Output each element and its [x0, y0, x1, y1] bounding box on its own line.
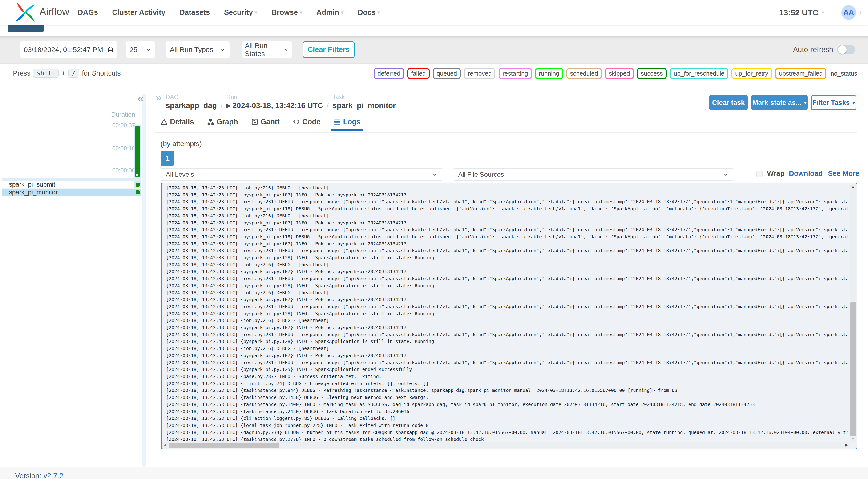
wrap-label: Wrap	[767, 169, 784, 178]
breadcrumb-separator: /	[221, 101, 223, 110]
task-row-spark-pi-monitor[interactable]: spark_pi_monitor	[2, 189, 141, 196]
run-states-select[interactable]: All Run States	[242, 41, 292, 58]
nav-item-browse[interactable]: Browse▾	[272, 8, 302, 17]
chevron-down-icon	[283, 46, 289, 53]
page-size-value: 25	[129, 45, 137, 54]
run-types-value: All Run Types	[170, 45, 213, 54]
graph-icon	[207, 118, 214, 125]
scroll-left-icon[interactable]: ◀	[164, 443, 166, 447]
status-badge-success[interactable]: success	[637, 68, 667, 79]
duration-tick: 00:00:18	[112, 145, 135, 152]
page-size-select[interactable]: 25	[126, 41, 155, 58]
log-line: [2024-03-18, 13:42:53 UTC] {__init__.py:…	[166, 380, 848, 387]
breadcrumb-task[interactable]: Task spark_pi_monitor	[333, 94, 396, 110]
nav-item-label: Docs	[358, 8, 376, 17]
download-link[interactable]: Download	[789, 169, 823, 178]
nav-item-cluster-activity[interactable]: Cluster Activity	[112, 8, 165, 17]
scroll-right-icon[interactable]: ▶	[845, 443, 848, 447]
user-menu[interactable]: AA ▾	[841, 0, 862, 25]
status-badge-queued[interactable]: queued	[433, 68, 461, 79]
clear-task-button[interactable]: Clear task	[709, 95, 748, 110]
file-source-select[interactable]: All File Sources	[453, 168, 734, 181]
status-badge-skipped[interactable]: skipped	[605, 68, 634, 79]
brand-name[interactable]: Airflow	[39, 6, 69, 18]
nav-item-security[interactable]: Security▾	[224, 8, 257, 17]
see-more-link[interactable]: See More	[828, 169, 859, 178]
clear-filters-button[interactable]: Clear Filters	[303, 41, 354, 58]
log-level-value: All Levels	[166, 171, 194, 178]
nav-item-datasets[interactable]: Datasets	[179, 8, 210, 17]
version-link[interactable]: v2.7.2	[43, 472, 63, 479]
airflow-logo-icon[interactable]	[14, 2, 36, 23]
tab-code[interactable]: Code	[293, 118, 321, 130]
task-name: spark_pi_monitor	[2, 189, 58, 196]
breadcrumb-dag[interactable]: DAG sparkapp_dag	[166, 94, 217, 110]
nav-item-dags[interactable]: DAGs	[78, 8, 98, 17]
tab-graph[interactable]: Graph	[207, 118, 238, 130]
log-line: [2024-03-18, 13:42:43 UTC] {rest.py:231}…	[166, 303, 848, 310]
log-line: [2024-03-18, 13:42:53 UTC] {taskinstance…	[166, 387, 848, 394]
task-status-square[interactable]	[135, 190, 140, 194]
mark-state-as-button[interactable]: Mark state as... ▾	[751, 95, 808, 110]
nav-item-label: Admin	[316, 8, 339, 17]
scroll-up-icon[interactable]: ▲	[850, 185, 856, 188]
status-badge-restarting[interactable]: restarting	[499, 68, 532, 79]
dag-run-duration-bar[interactable]: ▶	[135, 126, 140, 177]
log-line: [2024-03-18, 13:42:23 UTC] {job.py:216} …	[166, 185, 848, 192]
horizontal-scrollbar[interactable]: ◀ ▶	[162, 442, 849, 448]
log-line: [2024-03-18, 13:42:38 UTC] {rest.py:231}…	[166, 275, 848, 282]
status-badge-running[interactable]: running	[535, 68, 563, 79]
duration-axis-title: Duration	[111, 111, 135, 118]
status-badge-no-status: no_status	[830, 69, 858, 78]
collapse-sidebar-icon[interactable]: «	[137, 93, 144, 104]
scroll-down-icon[interactable]: ▼	[850, 437, 856, 441]
chevron-down-icon	[723, 171, 729, 178]
sidebar-scroll-track[interactable]	[142, 94, 147, 467]
detail-tabs: DetailsGraphGanttCodeLogs	[160, 118, 361, 130]
tab-details[interactable]: Details	[160, 118, 194, 130]
main-nav: DAGsCluster ActivityDatasetsSecurity▾Bro…	[78, 0, 380, 25]
wrap-checkbox[interactable]	[756, 171, 763, 177]
status-badge-up-for-reschedule[interactable]: up_for_reschedule	[670, 68, 728, 79]
expand-panel-icon[interactable]: »	[155, 92, 162, 103]
status-badge-up-for-retry[interactable]: up_for_retry	[732, 68, 772, 79]
horizontal-scroll-thumb[interactable]	[169, 443, 279, 448]
status-badge-upstream-failed[interactable]: upstream_failed	[775, 68, 826, 79]
task-instance-cell[interactable]	[134, 189, 141, 196]
base-date-input[interactable]: 03/18/2024, 01:52:47 PM	[20, 41, 117, 58]
task-row-spark-pi-submit[interactable]: spark_pi_submit	[2, 181, 141, 189]
log-viewer[interactable]: [2024-03-18, 13:42:23 UTC] {job.py:216} …	[161, 183, 858, 449]
status-badge-failed[interactable]: failed	[407, 68, 429, 79]
tab-gantt[interactable]: Gantt	[251, 118, 280, 130]
log-line: [2024-03-18, 13:42:43 UTC] {job.py:216} …	[166, 317, 848, 324]
status-badge-scheduled[interactable]: scheduled	[566, 68, 602, 79]
caret-down-icon: ▾	[255, 9, 257, 15]
nav-item-admin[interactable]: Admin▾	[316, 8, 343, 17]
log-line: [2024-03-18, 13:42:23 UTC] {pyspark_pi.p…	[166, 192, 848, 198]
task-status-square[interactable]	[135, 183, 140, 187]
auto-refresh-toggle[interactable]	[837, 45, 855, 54]
status-badge-removed[interactable]: removed	[464, 68, 495, 79]
attempt-1-button[interactable]: 1	[160, 151, 174, 166]
filter-tasks-button[interactable]: Filter Tasks ▾	[811, 95, 856, 110]
task-name: spark_pi_submit	[2, 181, 55, 188]
status-legend: deferredfailedqueuedremovedrestartingrun…	[374, 68, 858, 79]
details-icon	[160, 118, 167, 125]
task-instance-cell[interactable]	[134, 181, 141, 188]
log-level-select[interactable]: All Levels	[160, 168, 443, 181]
clock-menu[interactable]: 13:52 UTC ▾	[779, 0, 824, 25]
vertical-scroll-thumb[interactable]	[850, 302, 856, 436]
breadcrumb-run[interactable]: Run ▶ 2024-03-18, 13:42:16 UTC	[226, 94, 323, 110]
file-source-value: All File Sources	[458, 171, 504, 178]
vertical-scrollbar[interactable]: ▲ ▼	[850, 184, 856, 442]
nav-item-docs[interactable]: Docs▾	[358, 8, 380, 17]
caret-down-icon: ▾	[804, 100, 807, 105]
duration-tick: 00:00:00	[112, 167, 135, 174]
run-types-select[interactable]: All Run Types	[166, 41, 229, 58]
tab-logs[interactable]: Logs	[334, 118, 361, 130]
log-line: [2024-03-18, 13:42:38 UTC] {job.py:216} …	[166, 289, 848, 296]
nav-item-label: Datasets	[179, 8, 210, 17]
legend-bar: Press shift + / for Shortcuts deferredfa…	[0, 64, 868, 85]
log-line: [2024-03-18, 13:42:28 UTC] {rest.py:231}…	[166, 226, 848, 233]
status-badge-deferred[interactable]: deferred	[374, 68, 404, 79]
